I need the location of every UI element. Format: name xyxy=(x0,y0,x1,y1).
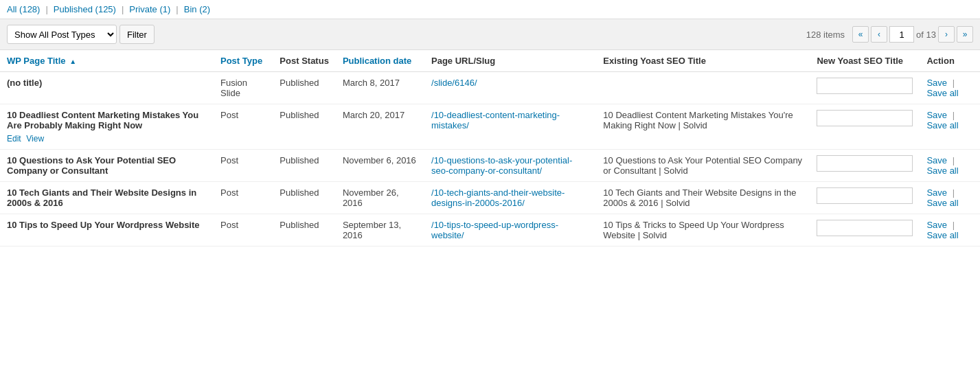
cell-new-yoast xyxy=(810,104,920,150)
cell-publication-date: March 8, 2017 xyxy=(336,72,424,104)
save-all-link[interactable]: Save all xyxy=(926,88,958,98)
bin-status-link[interactable]: Bin (2) xyxy=(184,4,210,14)
post-type-sort-link[interactable]: Post Type xyxy=(220,56,262,66)
cell-post-type: Fusion Slide xyxy=(214,72,273,104)
action-sep: | xyxy=(950,220,955,230)
filter-button[interactable]: Filter xyxy=(119,25,155,44)
private-status-link[interactable]: Private (1) xyxy=(129,4,170,14)
cell-new-yoast xyxy=(810,214,920,247)
cell-post-status: Published xyxy=(273,214,336,247)
cell-existing-yoast: 10 Deadliest Content Marketing Mistakes … xyxy=(596,104,810,150)
cell-post-status: Published xyxy=(273,72,336,104)
cell-wp-page-title: 10 Deadliest Content Marketing Mistakes … xyxy=(0,104,214,150)
action-sep: | xyxy=(950,78,955,88)
cell-wp-page-title: 10 Questions to Ask Your Potential SEO C… xyxy=(0,150,214,182)
new-yoast-input[interactable] xyxy=(817,187,913,204)
save-all-link[interactable]: Save all xyxy=(926,198,958,208)
cell-existing-yoast: 10 Tips & Tricks to Speed Up Your Wordpr… xyxy=(596,214,810,247)
published-label: Published xyxy=(54,4,93,14)
sort-arrow-icon: ▲ xyxy=(69,58,76,65)
wp-page-title-value: 10 Deadliest Content Marketing Mistakes … xyxy=(7,110,198,130)
new-yoast-input[interactable] xyxy=(817,78,913,94)
cell-page-url: /10-tech-giants-and-their-website-design… xyxy=(424,182,596,214)
col-existing-yoast: Existing Yoast SEO Title xyxy=(596,50,810,72)
cell-action: Save | Save all xyxy=(920,214,980,247)
cell-post-status: Published xyxy=(273,182,336,214)
save-all-link[interactable]: Save all xyxy=(926,165,958,176)
last-page-button[interactable]: » xyxy=(957,26,973,43)
table-row: 10 Tips to Speed Up Your Wordpress Websi… xyxy=(0,214,980,247)
page-url-link[interactable]: /slide/6146/ xyxy=(431,78,477,88)
wp-page-title-sort-link[interactable]: WP Page Title ▲ xyxy=(7,56,76,66)
of-pages: of 13 xyxy=(916,30,936,40)
row-action-edit[interactable]: Edit xyxy=(7,134,21,144)
bin-label: Bin xyxy=(184,4,197,14)
new-yoast-input[interactable] xyxy=(817,155,913,172)
wp-page-title-value: 10 Questions to Ask Your Potential SEO C… xyxy=(7,155,176,176)
post-type-select[interactable]: Show All Post Types Post Page Fusion Sli… xyxy=(7,25,117,44)
row-action-view[interactable]: View xyxy=(26,134,44,144)
sep1: | xyxy=(45,4,47,14)
cell-publication-date: November 6, 2016 xyxy=(336,150,424,182)
cell-post-type: Post xyxy=(214,182,273,214)
col-action: Action xyxy=(920,50,980,72)
pagination: 128 items « ‹ of 13 › » xyxy=(806,26,973,43)
bin-count: 2 xyxy=(202,4,207,14)
save-all-link[interactable]: Save all xyxy=(926,120,958,130)
private-label: Private xyxy=(129,4,157,14)
save-link[interactable]: Save xyxy=(926,78,947,88)
new-yoast-input[interactable] xyxy=(817,220,913,236)
wp-page-title-value: (no title) xyxy=(7,78,42,88)
cell-existing-yoast: 10 Questions to Ask Your Potential SEO C… xyxy=(596,150,810,182)
cell-action: Save | Save all xyxy=(920,150,980,182)
wp-page-title-value: 10 Tech Giants and Their Website Designs… xyxy=(7,187,196,208)
cell-wp-page-title: (no title) xyxy=(0,72,214,104)
col-new-yoast: New Yoast SEO Title xyxy=(810,50,920,72)
all-status-link[interactable]: All (128) xyxy=(7,4,40,14)
cell-page-url: /10-deadliest-content-marketing-mistakes… xyxy=(424,104,596,150)
table-header-row: WP Page Title ▲ Post Type Post Status Pu… xyxy=(0,50,980,72)
first-page-button[interactable]: « xyxy=(852,26,869,43)
published-status-link[interactable]: Published (125) xyxy=(54,4,116,14)
page-url-link[interactable]: /10-tips-to-speed-up-wordpress-website/ xyxy=(431,220,558,240)
cell-publication-date: September 13, 2016 xyxy=(336,214,424,247)
action-sep: | xyxy=(950,187,955,198)
page-url-link[interactable]: /10-tech-giants-and-their-website-design… xyxy=(431,187,565,208)
save-link[interactable]: Save xyxy=(926,187,947,198)
next-page-button[interactable]: › xyxy=(938,26,955,43)
save-link[interactable]: Save xyxy=(926,110,947,120)
page-url-link[interactable]: /10-questions-to-ask-your-potential-seo-… xyxy=(431,155,572,176)
sep3: | xyxy=(176,4,178,14)
cell-existing-yoast xyxy=(596,72,810,104)
save-link[interactable]: Save xyxy=(926,155,947,165)
pub-date-sort-link[interactable]: Publication date xyxy=(343,56,411,66)
sep2: | xyxy=(122,4,124,14)
page-url-link[interactable]: /10-deadliest-content-marketing-mistakes… xyxy=(431,110,560,130)
items-count: 128 items xyxy=(806,30,845,40)
cell-new-yoast xyxy=(810,72,920,104)
table-row: 10 Tech Giants and Their Website Designs… xyxy=(0,182,980,214)
cell-post-type: Post xyxy=(214,214,273,247)
table-row: 10 Deadliest Content Marketing Mistakes … xyxy=(0,104,980,150)
wp-page-title-value: 10 Tips to Speed Up Your Wordpress Websi… xyxy=(7,220,200,230)
col-post-type: Post Type xyxy=(214,50,273,72)
cell-publication-date: March 20, 2017 xyxy=(336,104,424,150)
cell-action: Save | Save all xyxy=(920,104,980,150)
action-sep: | xyxy=(950,110,955,120)
save-all-link[interactable]: Save all xyxy=(926,230,958,240)
cell-new-yoast xyxy=(810,182,920,214)
cell-new-yoast xyxy=(810,150,920,182)
current-page-input[interactable] xyxy=(889,26,914,43)
cell-page-url: /10-questions-to-ask-your-potential-seo-… xyxy=(424,150,596,182)
cell-post-type: Post xyxy=(214,150,273,182)
prev-page-button[interactable]: ‹ xyxy=(871,26,887,43)
col-publication-date: Publication date xyxy=(336,50,424,72)
col-post-status: Post Status xyxy=(273,50,336,72)
save-link[interactable]: Save xyxy=(926,220,947,230)
cell-wp-page-title: 10 Tips to Speed Up Your Wordpress Websi… xyxy=(0,214,214,247)
cell-action: Save | Save all xyxy=(920,72,980,104)
main-table: WP Page Title ▲ Post Type Post Status Pu… xyxy=(0,50,980,247)
new-yoast-input[interactable] xyxy=(817,110,913,126)
all-count: 128 xyxy=(22,4,37,14)
cell-post-type: Post xyxy=(214,104,273,150)
